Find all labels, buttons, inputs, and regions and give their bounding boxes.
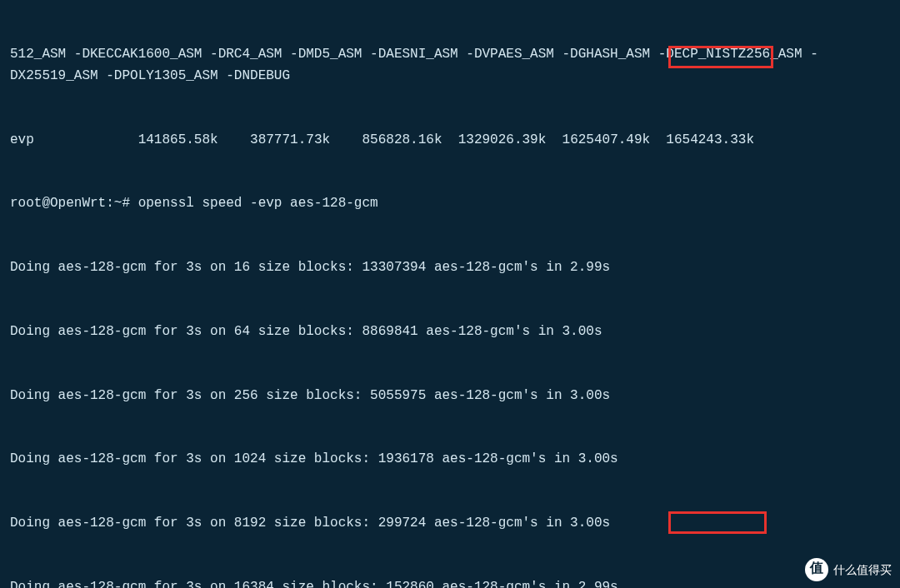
watermark-icon: 值: [805, 558, 828, 581]
watermark-text: 什么值得买: [833, 561, 892, 579]
evp-result-row: evp 141865.58k 387771.73k 856828.16k 132…: [10, 130, 890, 152]
bench-16384: Doing aes-128-gcm for 3s on 16384 size b…: [10, 577, 890, 588]
compiler-flags-tail: 512_ASM -DKECCAK1600_ASM -DRC4_ASM -DMD5…: [10, 44, 890, 87]
bench-8192: Doing aes-128-gcm for 3s on 8192 size bl…: [10, 513, 890, 535]
evp-16384-value: 1654243.33k: [666, 132, 754, 147]
terminal-output[interactable]: 512_ASM -DKECCAK1600_ASM -DRC4_ASM -DMD5…: [10, 2, 890, 588]
bench-256: Doing aes-128-gcm for 3s on 256 size blo…: [10, 386, 890, 407]
bench-1024: Doing aes-128-gcm for 3s on 1024 size bl…: [10, 449, 890, 471]
bench-16: Doing aes-128-gcm for 3s on 16 size bloc…: [10, 257, 890, 279]
watermark: 值 什么值得买: [805, 558, 892, 581]
bench-64: Doing aes-128-gcm for 3s on 64 size bloc…: [10, 321, 890, 343]
shell-prompt-command: root@OpenWrt:~# openssl speed -evp aes-1…: [10, 193, 890, 215]
